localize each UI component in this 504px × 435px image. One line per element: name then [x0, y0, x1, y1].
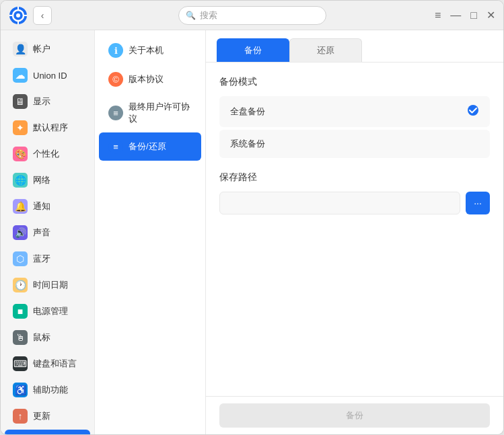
content-area: 备份还原 备份模式 全盘备份系统备份 保存路径 ···	[206, 30, 503, 434]
back-icon: ‹	[41, 10, 44, 21]
sidebar-label-mouse: 鼠标	[33, 331, 50, 344]
sidebar-label-bluetooth: 蓝牙	[33, 253, 50, 265]
sidebar-label-personal: 个性化	[33, 148, 59, 160]
sidebar-item-mouse[interactable]: 🖱鼠标	[5, 325, 90, 350]
sidebar-item-account[interactable]: 👤帐户	[5, 36, 90, 62]
sidebar-label-access: 辅助功能	[33, 384, 68, 396]
sidebar-item-sound[interactable]: 🔊声音	[5, 220, 90, 245]
sidebar-label-time: 时间日期	[33, 279, 68, 291]
subnav-item-license2[interactable]: ≡最终用户许可协议	[99, 94, 201, 132]
option-system[interactable]: 系统备份	[219, 130, 490, 158]
sidebar-label-notify: 通知	[33, 200, 50, 212]
search-icon: 🔍	[186, 11, 196, 20]
backup-mode-title: 备份模式	[219, 76, 490, 88]
backup-button-label: 备份	[346, 409, 363, 422]
sidebar-icon-sound: 🔊	[13, 225, 28, 240]
save-path-title: 保存路径	[219, 171, 490, 184]
subnav-icon-backup: ≡	[108, 139, 123, 154]
sidebar-icon-network: 🌐	[13, 173, 28, 188]
svg-point-2	[16, 13, 20, 17]
backup-button[interactable]: 备份	[219, 403, 490, 428]
subnav-label-license2: 最终用户许可协议	[129, 101, 192, 125]
titlebar: ‹ 🔍 搜索 ≡ — □ ✕	[1, 1, 503, 30]
subnav-label-backup: 备份/还原	[129, 141, 166, 153]
browse-icon: ···	[474, 198, 482, 208]
options-container: 全盘备份系统备份	[219, 96, 490, 158]
sidebar-label-default: 默认程序	[33, 122, 68, 134]
sidebar-item-time[interactable]: 🕐时间日期	[5, 272, 90, 298]
sidebar-label-power: 电源管理	[33, 305, 68, 317]
sidebar-item-personal[interactable]: 🎨个性化	[5, 141, 90, 167]
option-label-system: 系统备份	[230, 138, 265, 150]
sidebar-icon-access: ♿	[13, 383, 28, 397]
sidebar-item-notify[interactable]: 🔔通知	[5, 194, 90, 219]
subnav-item-license1[interactable]: ©版本协议	[99, 65, 201, 93]
sidebar-label-union: Union ID	[33, 71, 67, 81]
subnav-icon-license2: ≡	[108, 106, 123, 120]
save-path-row: ···	[219, 192, 490, 214]
subnav-item-about[interactable]: ℹ关于本机	[99, 36, 201, 65]
sidebar-icon-display: 🖥	[13, 94, 28, 109]
sidebar-icon-update: ↑	[13, 409, 28, 424]
sidebar-item-access[interactable]: ♿辅助功能	[5, 377, 90, 403]
menu-icon[interactable]: ≡	[435, 9, 441, 22]
option-label-full: 全盘备份	[230, 106, 265, 118]
subnav-label-about: 关于本机	[129, 44, 164, 56]
sidebar-item-default[interactable]: ✦默认程序	[5, 115, 90, 141]
sidebar-label-network: 网络	[33, 174, 50, 186]
sidebar-label-account: 帐户	[33, 43, 50, 55]
sidebar-icon-time: 🕐	[13, 278, 28, 292]
sidebar-icon-default: ✦	[13, 120, 28, 135]
maximize-button[interactable]: □	[470, 9, 477, 22]
sidebar-item-power[interactable]: ■电源管理	[5, 299, 90, 324]
content-body: 备份模式 全盘备份系统备份 保存路径 ···	[206, 63, 503, 396]
sidebar-label-update: 更新	[33, 410, 50, 422]
sidebar: 👤帐户☁Union ID🖥显示✦默认程序🎨个性化🌐网络🔔通知🔊声音⬡蓝牙🕐时间日…	[1, 30, 95, 434]
subnav-icon-license1: ©	[108, 72, 123, 87]
sidebar-icon-account: 👤	[13, 42, 28, 56]
tab-bar: 备份还原	[206, 30, 503, 63]
tab-backup[interactable]: 备份	[217, 38, 289, 62]
save-path-section: 保存路径 ···	[219, 171, 490, 214]
subnav: ℹ关于本机©版本协议≡最终用户许可协议≡备份/还原	[95, 30, 206, 434]
close-button[interactable]: ✕	[487, 9, 495, 22]
sidebar-label-sound: 声音	[33, 227, 50, 239]
sidebar-icon-bluetooth: ⬡	[13, 251, 28, 266]
option-full[interactable]: 全盘备份	[219, 96, 490, 127]
sidebar-icon-power: ■	[13, 304, 28, 319]
search-bar[interactable]: 🔍 搜索	[178, 6, 326, 25]
titlebar-left: ‹	[9, 6, 52, 25]
back-button[interactable]: ‹	[33, 6, 52, 25]
app-logo-icon	[9, 6, 28, 25]
sidebar-icon-mouse: 🖱	[13, 330, 28, 345]
sidebar-icon-union: ☁	[13, 68, 28, 83]
subnav-icon-about: ℹ	[108, 43, 123, 58]
sidebar-icon-keyboard: ⌨	[13, 356, 28, 371]
sidebar-item-update[interactable]: ↑更新	[5, 403, 90, 429]
subnav-label-license1: 版本协议	[129, 73, 164, 85]
content-footer: 备份	[206, 396, 503, 434]
sidebar-label-keyboard: 键盘和语言	[33, 358, 77, 370]
window-controls: ≡ — □ ✕	[435, 9, 495, 22]
sidebar-item-display[interactable]: 🖥显示	[5, 89, 90, 114]
sidebar-item-keyboard[interactable]: ⌨键盘和语言	[5, 351, 90, 377]
search-placeholder: 搜索	[200, 9, 217, 22]
tab-restore[interactable]: 还原	[289, 38, 362, 62]
sidebar-icon-personal: 🎨	[13, 147, 28, 161]
check-icon-full	[467, 104, 479, 119]
sidebar-label-display: 显示	[33, 95, 50, 108]
sidebar-icon-notify: 🔔	[13, 199, 28, 214]
sidebar-item-bluetooth[interactable]: ⬡蓝牙	[5, 246, 90, 272]
minimize-button[interactable]: —	[450, 9, 461, 22]
sidebar-item-sysinfo[interactable]: 📋系统信息	[5, 430, 90, 434]
browse-button[interactable]: ···	[466, 192, 490, 214]
subnav-item-backup[interactable]: ≡备份/还原	[99, 132, 201, 161]
main-content: 👤帐户☁Union ID🖥显示✦默认程序🎨个性化🌐网络🔔通知🔊声音⬡蓝牙🕐时间日…	[1, 30, 503, 434]
main-window: ‹ 🔍 搜索 ≡ — □ ✕ 👤帐户☁Union ID🖥显示✦默认程序🎨个性化🌐…	[0, 0, 504, 435]
sidebar-item-union[interactable]: ☁Union ID	[5, 63, 90, 88]
sidebar-item-network[interactable]: 🌐网络	[5, 167, 90, 193]
path-input[interactable]	[219, 192, 460, 214]
